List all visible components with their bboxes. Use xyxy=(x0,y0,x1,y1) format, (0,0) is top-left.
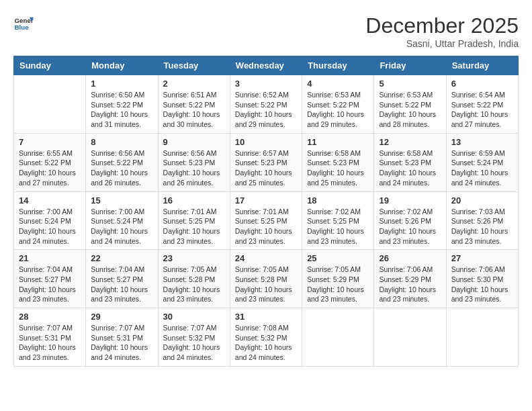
day-number: 12 xyxy=(379,137,441,147)
day-number: 8 xyxy=(91,137,152,147)
calendar-cell: 10Sunrise: 6:57 AMSunset: 5:23 PMDayligh… xyxy=(230,133,302,191)
calendar-cell: 22Sunrise: 7:04 AMSunset: 5:27 PMDayligh… xyxy=(86,250,158,308)
day-info: Sunrise: 6:52 AMSunset: 5:22 PMDaylight:… xyxy=(235,90,297,130)
calendar-cell: 1Sunrise: 6:50 AMSunset: 5:22 PMDaylight… xyxy=(86,75,158,134)
day-number: 10 xyxy=(235,137,297,147)
week-row-2: 7Sunrise: 6:55 AMSunset: 5:22 PMDaylight… xyxy=(14,133,519,191)
logo: General Blue xyxy=(13,13,34,34)
location-subtitle: Sasni, Uttar Pradesh, India xyxy=(365,38,519,49)
day-info: Sunrise: 6:53 AMSunset: 5:22 PMDaylight:… xyxy=(307,90,369,130)
day-info: Sunrise: 7:05 AMSunset: 5:28 PMDaylight:… xyxy=(235,265,297,304)
day-info: Sunrise: 7:01 AMSunset: 5:25 PMDaylight:… xyxy=(235,207,297,246)
calendar-cell: 5Sunrise: 6:53 AMSunset: 5:22 PMDaylight… xyxy=(374,75,446,134)
day-info: Sunrise: 6:56 AMSunset: 5:23 PMDaylight:… xyxy=(163,148,225,188)
day-number: 24 xyxy=(235,253,297,263)
calendar-cell xyxy=(302,308,374,367)
day-number: 13 xyxy=(451,137,513,147)
day-number: 3 xyxy=(235,79,297,89)
day-info: Sunrise: 7:00 AMSunset: 5:24 PMDaylight:… xyxy=(19,207,81,246)
day-info: Sunrise: 7:04 AMSunset: 5:27 PMDaylight:… xyxy=(19,265,81,304)
calendar-cell: 31Sunrise: 7:08 AMSunset: 5:32 PMDayligh… xyxy=(230,308,302,367)
calendar-cell: 27Sunrise: 7:06 AMSunset: 5:30 PMDayligh… xyxy=(446,250,518,308)
day-info: Sunrise: 7:07 AMSunset: 5:31 PMDaylight:… xyxy=(91,323,152,363)
weekday-header-sunday: Sunday xyxy=(14,56,86,75)
day-info: Sunrise: 6:58 AMSunset: 5:23 PMDaylight:… xyxy=(379,148,441,188)
calendar-cell: 25Sunrise: 7:05 AMSunset: 5:29 PMDayligh… xyxy=(302,250,374,308)
day-number: 17 xyxy=(235,195,297,205)
calendar-cell: 13Sunrise: 6:59 AMSunset: 5:24 PMDayligh… xyxy=(446,133,518,191)
day-number: 16 xyxy=(163,195,225,205)
day-number: 5 xyxy=(379,79,441,89)
calendar-cell: 15Sunrise: 7:00 AMSunset: 5:24 PMDayligh… xyxy=(86,191,158,250)
day-info: Sunrise: 7:05 AMSunset: 5:29 PMDaylight:… xyxy=(307,265,369,304)
calendar-cell: 6Sunrise: 6:54 AMSunset: 5:22 PMDaylight… xyxy=(446,75,518,134)
calendar-cell: 16Sunrise: 7:01 AMSunset: 5:25 PMDayligh… xyxy=(158,191,230,250)
day-info: Sunrise: 6:56 AMSunset: 5:22 PMDaylight:… xyxy=(91,148,152,188)
day-number: 23 xyxy=(163,253,225,263)
title-block: December 2025 Sasni, Uttar Pradesh, Indi… xyxy=(365,13,519,49)
weekday-header-wednesday: Wednesday xyxy=(230,56,302,75)
day-number: 27 xyxy=(451,253,513,263)
calendar-cell: 9Sunrise: 6:56 AMSunset: 5:23 PMDaylight… xyxy=(158,133,230,191)
day-info: Sunrise: 6:51 AMSunset: 5:22 PMDaylight:… xyxy=(163,90,225,130)
calendar-cell: 7Sunrise: 6:55 AMSunset: 5:22 PMDaylight… xyxy=(14,133,86,191)
week-row-3: 14Sunrise: 7:00 AMSunset: 5:24 PMDayligh… xyxy=(14,191,519,250)
weekday-header-thursday: Thursday xyxy=(302,56,374,75)
calendar-cell: 2Sunrise: 6:51 AMSunset: 5:22 PMDaylight… xyxy=(158,75,230,134)
calendar-cell: 14Sunrise: 7:00 AMSunset: 5:24 PMDayligh… xyxy=(14,191,86,250)
week-row-5: 28Sunrise: 7:07 AMSunset: 5:31 PMDayligh… xyxy=(14,308,519,367)
day-number: 30 xyxy=(163,312,225,322)
calendar-cell: 17Sunrise: 7:01 AMSunset: 5:25 PMDayligh… xyxy=(230,191,302,250)
week-row-4: 21Sunrise: 7:04 AMSunset: 5:27 PMDayligh… xyxy=(14,250,519,308)
day-info: Sunrise: 7:02 AMSunset: 5:25 PMDaylight:… xyxy=(307,207,369,246)
month-title: December 2025 xyxy=(365,13,519,38)
weekday-header-saturday: Saturday xyxy=(446,56,518,75)
day-info: Sunrise: 7:05 AMSunset: 5:28 PMDaylight:… xyxy=(163,265,225,304)
day-info: Sunrise: 7:01 AMSunset: 5:25 PMDaylight:… xyxy=(163,207,225,246)
day-number: 6 xyxy=(451,79,513,89)
day-number: 14 xyxy=(19,195,81,205)
day-number: 18 xyxy=(307,195,369,205)
calendar-cell: 11Sunrise: 6:58 AMSunset: 5:23 PMDayligh… xyxy=(302,133,374,191)
day-number: 7 xyxy=(19,137,81,147)
day-number: 2 xyxy=(163,79,225,89)
day-info: Sunrise: 6:54 AMSunset: 5:22 PMDaylight:… xyxy=(451,90,513,130)
weekday-header-tuesday: Tuesday xyxy=(158,56,230,75)
day-info: Sunrise: 6:55 AMSunset: 5:22 PMDaylight:… xyxy=(19,148,81,188)
day-info: Sunrise: 7:04 AMSunset: 5:27 PMDaylight:… xyxy=(91,265,152,304)
day-number: 1 xyxy=(91,79,152,89)
day-info: Sunrise: 7:06 AMSunset: 5:30 PMDaylight:… xyxy=(451,265,513,304)
day-info: Sunrise: 6:57 AMSunset: 5:23 PMDaylight:… xyxy=(235,148,297,188)
day-number: 21 xyxy=(19,253,81,263)
calendar-cell: 26Sunrise: 7:06 AMSunset: 5:29 PMDayligh… xyxy=(374,250,446,308)
calendar-cell: 23Sunrise: 7:05 AMSunset: 5:28 PMDayligh… xyxy=(158,250,230,308)
day-number: 9 xyxy=(163,137,225,147)
day-number: 11 xyxy=(307,137,369,147)
day-info: Sunrise: 7:03 AMSunset: 5:26 PMDaylight:… xyxy=(451,207,513,246)
weekday-header-friday: Friday xyxy=(374,56,446,75)
day-number: 26 xyxy=(379,253,441,263)
day-info: Sunrise: 6:59 AMSunset: 5:24 PMDaylight:… xyxy=(451,148,513,188)
day-number: 15 xyxy=(91,195,152,205)
day-info: Sunrise: 6:53 AMSunset: 5:22 PMDaylight:… xyxy=(379,90,441,130)
weekday-header-row: SundayMondayTuesdayWednesdayThursdayFrid… xyxy=(14,56,519,75)
calendar-table: SundayMondayTuesdayWednesdayThursdayFrid… xyxy=(13,56,519,367)
day-info: Sunrise: 7:06 AMSunset: 5:29 PMDaylight:… xyxy=(379,265,441,304)
day-number: 4 xyxy=(307,79,369,89)
calendar-cell: 8Sunrise: 6:56 AMSunset: 5:22 PMDaylight… xyxy=(86,133,158,191)
day-number: 28 xyxy=(19,312,81,322)
day-number: 31 xyxy=(235,312,297,322)
calendar-cell: 19Sunrise: 7:02 AMSunset: 5:26 PMDayligh… xyxy=(374,191,446,250)
day-info: Sunrise: 7:02 AMSunset: 5:26 PMDaylight:… xyxy=(379,207,441,246)
calendar-cell: 30Sunrise: 7:07 AMSunset: 5:32 PMDayligh… xyxy=(158,308,230,367)
day-number: 22 xyxy=(91,253,152,263)
week-row-1: 1Sunrise: 6:50 AMSunset: 5:22 PMDaylight… xyxy=(14,75,519,134)
calendar-cell: 21Sunrise: 7:04 AMSunset: 5:27 PMDayligh… xyxy=(14,250,86,308)
calendar-cell: 12Sunrise: 6:58 AMSunset: 5:23 PMDayligh… xyxy=(374,133,446,191)
day-info: Sunrise: 6:58 AMSunset: 5:23 PMDaylight:… xyxy=(307,148,369,188)
day-info: Sunrise: 7:08 AMSunset: 5:32 PMDaylight:… xyxy=(235,323,297,363)
calendar-cell: 29Sunrise: 7:07 AMSunset: 5:31 PMDayligh… xyxy=(86,308,158,367)
calendar-cell: 18Sunrise: 7:02 AMSunset: 5:25 PMDayligh… xyxy=(302,191,374,250)
day-number: 20 xyxy=(451,195,513,205)
day-number: 29 xyxy=(91,312,152,322)
